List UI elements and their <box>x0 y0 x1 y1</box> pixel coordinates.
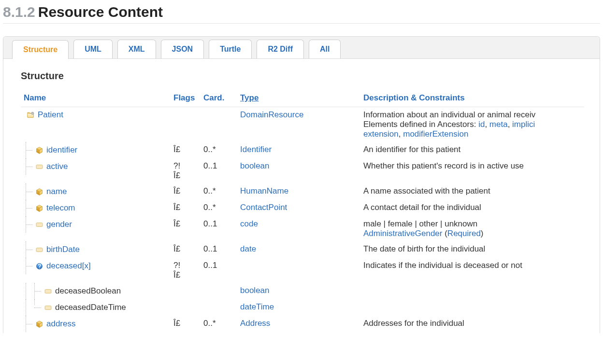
table-row: addressÎ£0..*AddressAddresses for the in… <box>21 316 584 332</box>
element-name[interactable]: telecom <box>46 203 75 213</box>
cardinality: 0..1 <box>203 219 217 228</box>
element-name[interactable]: name <box>46 187 67 196</box>
flags: Î£ <box>173 319 180 328</box>
element-name[interactable]: gender <box>46 220 72 229</box>
tab-structure[interactable]: Structure <box>12 40 69 59</box>
heading-number: 8.1.2 <box>3 4 35 20</box>
section-title: Structure <box>21 70 584 82</box>
table-row: deceasedDateTimedateTime <box>21 299 584 316</box>
type-link[interactable]: dateTime <box>240 302 274 311</box>
tab-json[interactable]: JSON <box>161 40 204 58</box>
type-link[interactable]: ContactPoint <box>240 203 287 212</box>
cardinality: 0..1 <box>203 161 217 170</box>
table-row: genderÎ£0..1codemale | female | other | … <box>21 216 584 241</box>
description: Whether this patient's record is in acti… <box>363 161 581 171</box>
ancestor-link[interactable]: id <box>478 120 485 129</box>
description: male | female | other | unknownAdministr… <box>363 219 581 238</box>
tab-xml[interactable]: XML <box>117 40 156 58</box>
tree-gutter <box>24 244 32 255</box>
element-name: deceasedBoolean <box>55 286 121 296</box>
type-link[interactable]: boolean <box>240 286 270 295</box>
tab-r2-diff[interactable]: R2 Diff <box>257 40 304 58</box>
description: Addresses for the individual <box>363 319 581 328</box>
cardinality: 0..* <box>203 319 216 328</box>
cardinality: 0..1 <box>203 244 217 253</box>
type-link[interactable]: DomainResource <box>240 110 303 119</box>
ancestor-link[interactable]: extension <box>363 129 399 139</box>
table-row: identifierÎ£0..*IdentifierAn identifier … <box>21 142 584 158</box>
binding-strength-link[interactable]: Required <box>447 229 481 238</box>
cardinality: 0..* <box>203 145 216 154</box>
flags: ?! Î£ <box>173 261 180 280</box>
description: A contact detail for the individual <box>363 203 581 212</box>
folder-icon <box>27 111 35 119</box>
type-link[interactable]: date <box>240 244 256 253</box>
col-type[interactable]: Type <box>237 90 360 107</box>
description: A name associated with the patient <box>363 186 581 196</box>
col-card[interactable]: Card. <box>201 90 237 107</box>
tree-gutter <box>24 161 32 172</box>
ancestor-link[interactable]: implici <box>512 120 535 129</box>
type-link[interactable]: code <box>240 219 258 228</box>
tab-turtle[interactable]: Turtle <box>209 40 252 58</box>
prim-icon <box>44 304 52 312</box>
type-link[interactable]: Address <box>240 319 270 328</box>
prim-icon <box>35 221 43 229</box>
table-row: PatientDomainResourceInformation about a… <box>21 107 584 142</box>
prim-icon <box>35 163 43 171</box>
flags: Î£ <box>173 145 180 154</box>
table-row: nameÎ£0..*HumanNameA name associated wit… <box>21 183 584 200</box>
cube-icon <box>35 188 43 196</box>
type-link[interactable]: boolean <box>240 161 270 170</box>
description: Indicates if the individual is deceased … <box>363 261 581 270</box>
col-desc[interactable]: Description & Constraints <box>360 90 584 107</box>
heading-title: Resource Content <box>38 4 163 20</box>
table-row: deceased[x]?! Î£0..1Indicates if the ind… <box>21 258 584 283</box>
element-name[interactable]: Patient <box>38 110 63 120</box>
element-name: deceasedDateTime <box>55 303 126 312</box>
description: An identifier for this patient <box>363 145 581 154</box>
tree-gutter <box>24 219 32 230</box>
table-row: telecomÎ£0..*ContactPointA contact detai… <box>21 200 584 216</box>
tree-gutter <box>24 145 32 155</box>
cardinality: 0..* <box>203 186 216 196</box>
table-row: deceasedBooleanboolean <box>21 283 584 299</box>
type-link[interactable]: Identifier <box>240 145 272 154</box>
tree-gutter <box>24 203 32 213</box>
page-heading: 8.1.2 Resource Content <box>3 1 600 24</box>
table-row: birthDateÎ£0..1dateThe date of birth for… <box>21 241 584 258</box>
element-name[interactable]: active <box>46 162 68 171</box>
type-link[interactable]: HumanName <box>240 186 288 196</box>
tree-gutter <box>24 286 41 296</box>
tree-gutter <box>24 261 32 271</box>
choice-icon <box>35 262 43 270</box>
flags: Î£ <box>173 203 180 212</box>
description: Information about an individual or anima… <box>363 110 581 139</box>
content-panel: StructureUMLXMLJSONTurtleR2 DiffAll Stru… <box>3 36 600 335</box>
binding-link[interactable]: AdministrativeGender <box>363 229 442 238</box>
description: The date of birth for the individual <box>363 244 581 254</box>
element-name[interactable]: deceased[x] <box>46 261 91 271</box>
element-name[interactable]: address <box>46 319 75 329</box>
tree-gutter <box>24 186 32 197</box>
cube-icon <box>35 204 43 212</box>
tab-uml[interactable]: UML <box>73 40 113 58</box>
ancestor-link[interactable]: meta <box>489 120 508 129</box>
cardinality: 0..* <box>203 203 216 212</box>
structure-table: Name Flags Card. Type Description & Cons… <box>21 90 584 332</box>
cube-icon <box>35 320 43 328</box>
ancestor-link[interactable]: modifierExtension <box>403 129 468 139</box>
flags: Î£ <box>173 186 180 196</box>
element-name[interactable]: identifier <box>46 145 77 155</box>
tree-gutter <box>24 302 41 313</box>
cardinality: 0..1 <box>203 261 217 270</box>
tab-bar: StructureUMLXMLJSONTurtleR2 DiffAll <box>3 37 600 59</box>
cube-icon <box>35 146 43 154</box>
prim-icon <box>35 246 43 254</box>
tab-all[interactable]: All <box>309 40 341 58</box>
col-flags[interactable]: Flags <box>171 90 201 107</box>
col-name[interactable]: Name <box>21 90 171 107</box>
element-name[interactable]: birthDate <box>46 245 80 254</box>
table-row: active?! Î£0..1booleanWhether this patie… <box>21 158 584 183</box>
tree-gutter <box>24 319 32 329</box>
